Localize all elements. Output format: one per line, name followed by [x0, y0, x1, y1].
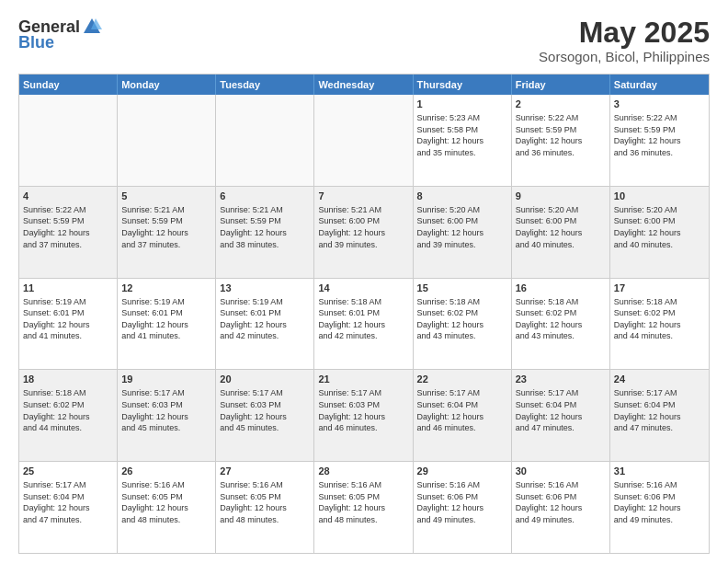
calendar-cell: [216, 95, 314, 186]
calendar-cell: 25Sunrise: 5:17 AM Sunset: 6:04 PM Dayli…: [19, 462, 118, 553]
calendar-header-cell: Monday: [118, 75, 216, 95]
day-number: 17: [614, 282, 705, 295]
day-number: 15: [417, 282, 507, 295]
day-info: Sunrise: 5:21 AM Sunset: 6:00 PM Dayligh…: [318, 204, 408, 250]
day-number: 13: [220, 282, 310, 295]
day-number: 5: [121, 190, 211, 203]
calendar-cell: 1Sunrise: 5:23 AM Sunset: 5:58 PM Daylig…: [414, 95, 512, 186]
day-info: Sunrise: 5:17 AM Sunset: 6:04 PM Dayligh…: [614, 387, 705, 433]
calendar-header-cell: Thursday: [414, 75, 512, 95]
day-info: Sunrise: 5:17 AM Sunset: 6:04 PM Dayligh…: [23, 479, 113, 525]
calendar-header-cell: Saturday: [610, 75, 709, 95]
calendar-cell: 31Sunrise: 5:16 AM Sunset: 6:06 PM Dayli…: [610, 462, 709, 553]
calendar-cell: 7Sunrise: 5:21 AM Sunset: 6:00 PM Daylig…: [314, 187, 413, 278]
calendar-cell: 17Sunrise: 5:18 AM Sunset: 6:02 PM Dayli…: [610, 279, 709, 370]
day-info: Sunrise: 5:22 AM Sunset: 5:59 PM Dayligh…: [23, 204, 113, 250]
day-info: Sunrise: 5:16 AM Sunset: 6:06 PM Dayligh…: [516, 479, 606, 525]
day-info: Sunrise: 5:23 AM Sunset: 5:58 PM Dayligh…: [417, 112, 507, 158]
calendar-title: May 2025: [539, 17, 710, 49]
calendar-cell: 6Sunrise: 5:21 AM Sunset: 5:59 PM Daylig…: [216, 187, 314, 278]
day-info: Sunrise: 5:19 AM Sunset: 6:01 PM Dayligh…: [220, 296, 310, 342]
calendar-week: 4Sunrise: 5:22 AM Sunset: 5:59 PM Daylig…: [19, 187, 709, 279]
calendar-cell: 27Sunrise: 5:16 AM Sunset: 6:05 PM Dayli…: [216, 462, 314, 553]
calendar-header: SundayMondayTuesdayWednesdayThursdayFrid…: [19, 75, 709, 95]
calendar-cell: 22Sunrise: 5:17 AM Sunset: 6:04 PM Dayli…: [414, 370, 512, 461]
day-number: 27: [220, 465, 310, 478]
calendar-week: 11Sunrise: 5:19 AM Sunset: 6:01 PM Dayli…: [19, 279, 709, 371]
page: General Blue May 2025 Sorsogon, Bicol, P…: [0, 0, 728, 563]
calendar-cell: 15Sunrise: 5:18 AM Sunset: 6:02 PM Dayli…: [414, 279, 512, 370]
day-number: 3: [614, 98, 705, 111]
day-info: Sunrise: 5:20 AM Sunset: 6:00 PM Dayligh…: [417, 204, 507, 250]
calendar-cell: 20Sunrise: 5:17 AM Sunset: 6:03 PM Dayli…: [216, 370, 314, 461]
calendar-header-cell: Wednesday: [314, 75, 413, 95]
day-number: 6: [220, 190, 310, 203]
calendar-cell: 2Sunrise: 5:22 AM Sunset: 5:59 PM Daylig…: [512, 95, 610, 186]
calendar-cell: 26Sunrise: 5:16 AM Sunset: 6:05 PM Dayli…: [118, 462, 216, 553]
calendar-cell: 4Sunrise: 5:22 AM Sunset: 5:59 PM Daylig…: [19, 187, 118, 278]
day-number: 20: [220, 373, 310, 386]
calendar-cell: 23Sunrise: 5:17 AM Sunset: 6:04 PM Dayli…: [512, 370, 610, 461]
day-number: 4: [23, 190, 113, 203]
day-number: 1: [417, 98, 507, 111]
day-info: Sunrise: 5:18 AM Sunset: 6:02 PM Dayligh…: [614, 296, 705, 342]
day-info: Sunrise: 5:18 AM Sunset: 6:01 PM Dayligh…: [318, 296, 408, 342]
calendar-week: 1Sunrise: 5:23 AM Sunset: 5:58 PM Daylig…: [19, 95, 709, 187]
day-number: 29: [417, 465, 507, 478]
calendar-cell: 14Sunrise: 5:18 AM Sunset: 6:01 PM Dayli…: [314, 279, 413, 370]
calendar: SundayMondayTuesdayWednesdayThursdayFrid…: [18, 74, 710, 554]
day-info: Sunrise: 5:20 AM Sunset: 6:00 PM Dayligh…: [614, 204, 705, 250]
day-number: 22: [417, 373, 507, 386]
calendar-body: 1Sunrise: 5:23 AM Sunset: 5:58 PM Daylig…: [19, 95, 709, 553]
logo: General Blue: [18, 17, 102, 52]
calendar-cell: 5Sunrise: 5:21 AM Sunset: 5:59 PM Daylig…: [118, 187, 216, 278]
calendar-cell: [314, 95, 413, 186]
calendar-cell: 12Sunrise: 5:19 AM Sunset: 6:01 PM Dayli…: [118, 279, 216, 370]
day-number: 25: [23, 465, 113, 478]
day-number: 19: [121, 373, 211, 386]
calendar-cell: 11Sunrise: 5:19 AM Sunset: 6:01 PM Dayli…: [19, 279, 118, 370]
day-number: 2: [516, 98, 606, 111]
day-number: 10: [614, 190, 705, 203]
calendar-header-cell: Friday: [512, 75, 610, 95]
calendar-cell: 13Sunrise: 5:19 AM Sunset: 6:01 PM Dayli…: [216, 279, 314, 370]
day-number: 12: [121, 282, 211, 295]
day-info: Sunrise: 5:17 AM Sunset: 6:03 PM Dayligh…: [318, 387, 408, 433]
day-number: 26: [121, 465, 211, 478]
calendar-week: 25Sunrise: 5:17 AM Sunset: 6:04 PM Dayli…: [19, 462, 709, 553]
calendar-cell: 9Sunrise: 5:20 AM Sunset: 6:00 PM Daylig…: [512, 187, 610, 278]
day-number: 9: [516, 190, 606, 203]
logo-blue: Blue: [18, 33, 54, 52]
day-info: Sunrise: 5:17 AM Sunset: 6:04 PM Dayligh…: [417, 387, 507, 433]
day-info: Sunrise: 5:16 AM Sunset: 6:05 PM Dayligh…: [220, 479, 310, 525]
calendar-cell: 28Sunrise: 5:16 AM Sunset: 6:05 PM Dayli…: [314, 462, 413, 553]
calendar-cell: 29Sunrise: 5:16 AM Sunset: 6:06 PM Dayli…: [414, 462, 512, 553]
calendar-cell: 10Sunrise: 5:20 AM Sunset: 6:00 PM Dayli…: [610, 187, 709, 278]
day-info: Sunrise: 5:21 AM Sunset: 5:59 PM Dayligh…: [220, 204, 310, 250]
calendar-cell: [118, 95, 216, 186]
day-info: Sunrise: 5:16 AM Sunset: 6:06 PM Dayligh…: [417, 479, 507, 525]
day-number: 7: [318, 190, 408, 203]
day-number: 24: [614, 373, 705, 386]
day-info: Sunrise: 5:18 AM Sunset: 6:02 PM Dayligh…: [516, 296, 606, 342]
day-info: Sunrise: 5:20 AM Sunset: 6:00 PM Dayligh…: [516, 204, 606, 250]
calendar-cell: 19Sunrise: 5:17 AM Sunset: 6:03 PM Dayli…: [118, 370, 216, 461]
calendar-cell: 21Sunrise: 5:17 AM Sunset: 6:03 PM Dayli…: [314, 370, 413, 461]
day-info: Sunrise: 5:21 AM Sunset: 5:59 PM Dayligh…: [121, 204, 211, 250]
day-number: 30: [516, 465, 606, 478]
logo-icon: [82, 17, 102, 37]
calendar-cell: 3Sunrise: 5:22 AM Sunset: 5:59 PM Daylig…: [610, 95, 709, 186]
day-number: 11: [23, 282, 113, 295]
day-info: Sunrise: 5:18 AM Sunset: 6:02 PM Dayligh…: [417, 296, 507, 342]
day-number: 21: [318, 373, 408, 386]
title-section: May 2025 Sorsogon, Bicol, Philippines: [539, 17, 710, 64]
day-number: 23: [516, 373, 606, 386]
calendar-cell: 30Sunrise: 5:16 AM Sunset: 6:06 PM Dayli…: [512, 462, 610, 553]
day-info: Sunrise: 5:17 AM Sunset: 6:03 PM Dayligh…: [121, 387, 211, 433]
day-info: Sunrise: 5:16 AM Sunset: 6:05 PM Dayligh…: [318, 479, 408, 525]
day-number: 18: [23, 373, 113, 386]
calendar-cell: 18Sunrise: 5:18 AM Sunset: 6:02 PM Dayli…: [19, 370, 118, 461]
day-number: 16: [516, 282, 606, 295]
calendar-header-cell: Sunday: [19, 75, 118, 95]
calendar-week: 18Sunrise: 5:18 AM Sunset: 6:02 PM Dayli…: [19, 370, 709, 462]
